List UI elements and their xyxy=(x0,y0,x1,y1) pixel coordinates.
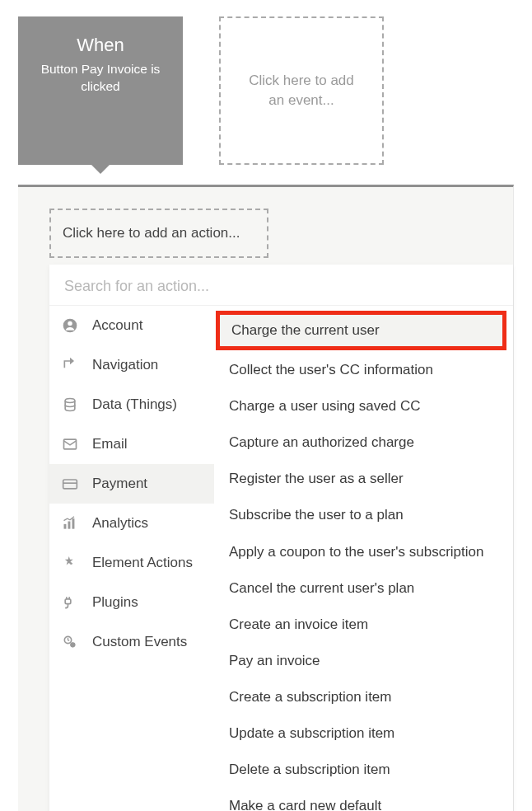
action-apply-coupon[interactable]: Apply a coupon to the user's subscriptio… xyxy=(214,534,513,570)
action-collect-cc[interactable]: Collect the user's CC information xyxy=(214,352,513,388)
when-label: When xyxy=(77,35,124,56)
add-action-placeholder[interactable]: Click here to add an action... xyxy=(49,209,268,258)
plugins-icon xyxy=(61,593,79,612)
category-navigation[interactable]: Navigation xyxy=(49,345,214,385)
action-charge-saved-cc[interactable]: Charge a user using saved CC xyxy=(214,388,513,424)
svg-rect-9 xyxy=(65,599,71,604)
action-list: Charge the current user Collect the user… xyxy=(214,306,513,811)
action-capture-charge[interactable]: Capture an authorized charge xyxy=(214,424,513,461)
add-event-placeholder[interactable]: Click here to add an event... xyxy=(219,16,384,165)
action-pay-invoice[interactable]: Pay an invoice xyxy=(214,643,513,679)
category-label: Custom Events xyxy=(92,634,187,650)
email-icon xyxy=(61,435,79,453)
custom-events-icon xyxy=(61,633,79,651)
category-label: Email xyxy=(92,436,128,452)
action-card-default[interactable]: Make a card new default xyxy=(214,788,513,811)
action-register-seller[interactable]: Register the user as a seller xyxy=(214,461,513,497)
category-label: Data (Things) xyxy=(92,396,177,413)
category-payment[interactable]: Payment xyxy=(49,464,214,504)
add-event-text: Click here to add an event... xyxy=(240,71,362,110)
svg-rect-6 xyxy=(64,524,67,529)
category-list: Account Navigation Data (Things) xyxy=(49,306,214,811)
category-plugins[interactable]: Plugins xyxy=(49,583,214,622)
payment-icon xyxy=(61,475,79,493)
svg-point-1 xyxy=(68,321,72,326)
svg-rect-4 xyxy=(63,480,77,489)
category-data[interactable]: Data (Things) xyxy=(49,385,214,424)
action-dropdown: Account Navigation Data (Things) xyxy=(49,265,513,811)
action-charge-current-user[interactable]: Charge the current user xyxy=(216,311,506,350)
action-create-invoice-item[interactable]: Create an invoice item xyxy=(214,607,513,643)
element-actions-icon xyxy=(61,554,79,572)
account-icon xyxy=(61,316,79,335)
event-block-when[interactable]: When Button Pay Invoice is clicked xyxy=(18,16,183,165)
action-update-sub-item[interactable]: Update a subscription item xyxy=(214,715,513,752)
action-create-sub-item[interactable]: Create a subscription item xyxy=(214,679,513,715)
category-label: Navigation xyxy=(92,357,158,373)
svg-rect-8 xyxy=(72,518,75,529)
category-label: Account xyxy=(92,317,142,334)
analytics-icon xyxy=(61,514,79,532)
category-label: Element Actions xyxy=(92,555,193,571)
data-icon xyxy=(61,396,79,414)
navigation-icon xyxy=(61,356,79,374)
search-input[interactable] xyxy=(64,278,498,295)
category-email[interactable]: Email xyxy=(49,424,214,464)
category-analytics[interactable]: Analytics xyxy=(49,504,214,543)
category-account[interactable]: Account xyxy=(49,306,214,345)
category-label: Payment xyxy=(92,476,147,492)
event-description: Button Pay Invoice is clicked xyxy=(28,61,173,96)
category-custom-events[interactable]: Custom Events xyxy=(49,622,214,662)
svg-rect-7 xyxy=(68,522,71,529)
action-delete-sub-item[interactable]: Delete a subscription item xyxy=(214,752,513,788)
category-element-actions[interactable]: Element Actions xyxy=(49,543,214,583)
action-panel: Click here to add an action... Account N… xyxy=(18,185,514,811)
action-subscribe-plan[interactable]: Subscribe the user to a plan xyxy=(214,497,513,533)
action-cancel-plan[interactable]: Cancel the current user's plan xyxy=(214,570,513,607)
category-label: Plugins xyxy=(92,594,138,611)
svg-point-2 xyxy=(65,399,75,403)
add-action-text: Click here to add an action... xyxy=(63,225,240,241)
category-label: Analytics xyxy=(92,515,148,532)
